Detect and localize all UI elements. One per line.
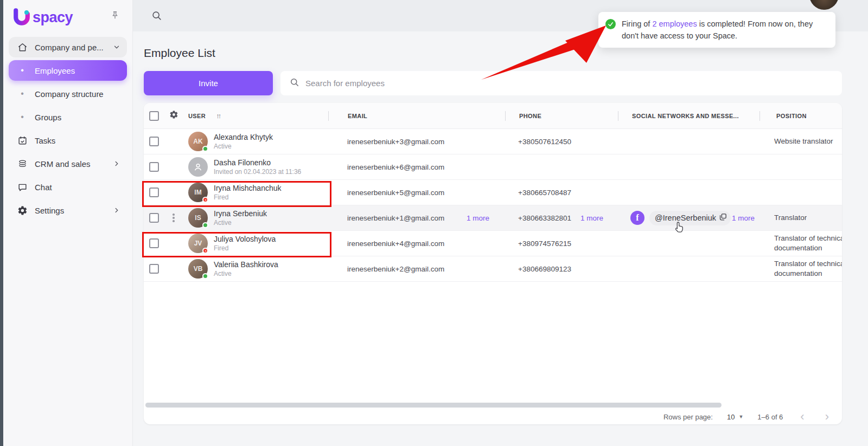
- phone-more-link[interactable]: 1 more: [580, 214, 603, 222]
- avatar: JV: [188, 234, 208, 253]
- avatar: IM: [188, 183, 208, 202]
- email-more-link[interactable]: 1 more: [467, 214, 489, 222]
- employee-name[interactable]: Dasha Filonenko: [214, 158, 301, 167]
- rows-per-page-select[interactable]: 10 ▼: [727, 413, 743, 421]
- row-checkbox[interactable]: [149, 238, 159, 248]
- select-all-checkbox[interactable]: [149, 111, 159, 121]
- social-handle-chip[interactable]: @IreneSerbeniuk: [649, 211, 731, 225]
- chat-bubble-icon: [16, 182, 28, 192]
- table-row[interactable]: VB Valeriia Bashkirova Active ireneserbe…: [144, 256, 842, 282]
- column-header-email[interactable]: EMAIL: [329, 103, 505, 128]
- employee-position: Translator of technical: [774, 234, 842, 243]
- sidebar-item-label: Company and pe...: [35, 43, 113, 52]
- scrollbar-thumb[interactable]: [145, 403, 722, 408]
- sidebar-item-settings[interactable]: Settings: [9, 200, 127, 221]
- row-checkbox[interactable]: [149, 188, 159, 197]
- employee-position-line2: documentation: [774, 243, 842, 253]
- crm-stack-icon: [16, 159, 28, 169]
- employee-position-line2: documentation: [774, 269, 842, 279]
- employee-phone: +380974576215: [518, 240, 571, 248]
- table-row[interactable]: AK Alexandra Khytyk Active ireneserbeniu…: [144, 129, 842, 154]
- employee-name[interactable]: Iryna Mishchanchuk: [214, 184, 282, 192]
- employee-phone: +380507612450: [518, 138, 571, 146]
- column-settings-gear-icon[interactable]: [169, 110, 178, 121]
- horizontal-scrollbar[interactable]: [145, 403, 840, 408]
- uspacy-logo[interactable]: spacy: [12, 8, 73, 27]
- employee-position: Translator: [774, 213, 807, 223]
- table-row[interactable]: JV Juliya Voloshylova Fired ireneserbeni…: [144, 231, 842, 256]
- sidebar-item-label: Company structure: [35, 89, 120, 99]
- copy-icon[interactable]: [718, 212, 727, 224]
- previous-page-button[interactable]: ‹: [797, 411, 807, 423]
- employee-name[interactable]: Alexandra Khytyk: [214, 133, 273, 141]
- row-checkbox[interactable]: [149, 137, 159, 146]
- sidebar-item-tasks[interactable]: Tasks: [9, 130, 127, 151]
- sidebar-item-chat[interactable]: Chat: [9, 177, 127, 197]
- employee-phone: +380669809123: [518, 265, 571, 273]
- page-title: Employee List: [144, 47, 215, 60]
- column-header-position[interactable]: POSITION: [760, 103, 842, 128]
- row-menu-kebab-icon[interactable]: [173, 214, 175, 222]
- sidebar-item-company-and-people[interactable]: Company and pe...: [9, 37, 127, 57]
- search-input[interactable]: [305, 79, 833, 88]
- toast-employees-link[interactable]: 2 employees: [652, 20, 697, 28]
- employee-status: Fired: [214, 244, 276, 252]
- sort-icon[interactable]: ↑↑: [216, 112, 220, 120]
- employee-email: ireneserbeniuk+5@gmail.com: [347, 189, 444, 197]
- employee-name[interactable]: Juliya Voloshylova: [214, 235, 276, 243]
- employee-email: ireneserbeniuk+2@gmail.com: [347, 265, 444, 273]
- bullet-icon: •: [16, 112, 28, 122]
- chevron-right-icon: [113, 160, 120, 167]
- sidebar-item-employees[interactable]: • Employees: [9, 60, 127, 81]
- employee-status: Active: [214, 270, 278, 277]
- success-check-icon: [605, 19, 616, 29]
- sidebar-item-label: Groups: [35, 113, 120, 122]
- sidebar-item-label: Tasks: [35, 136, 120, 145]
- status-dot-active: [202, 222, 208, 228]
- employee-email: ireneserbeniuk+3@gmail.com: [347, 138, 444, 146]
- employee-name[interactable]: Iryna Serbeniuk: [214, 209, 267, 218]
- sidebar-item-crm-and-sales[interactable]: CRM and sales: [9, 153, 127, 174]
- row-checkbox[interactable]: [149, 162, 159, 172]
- calendar-icon: [16, 135, 28, 146]
- table-row[interactable]: IS Iryna Serbeniuk Active ireneserbeniuk…: [144, 205, 842, 231]
- pin-icon[interactable]: [110, 10, 120, 23]
- employee-table: USER ↑↑ EMAIL PHONE SOCIAL NETWORKS AND …: [144, 103, 842, 424]
- success-toast[interactable]: Firing of 2 employees is completed! From…: [598, 12, 835, 48]
- logo-text: spacy: [33, 9, 73, 26]
- employee-status: Active: [214, 143, 273, 150]
- chevron-right-icon: [113, 206, 120, 214]
- employee-position: Website translator: [774, 137, 833, 146]
- next-page-button[interactable]: ›: [822, 411, 832, 423]
- toast-message: Firing of 2 employees is completed! From…: [622, 18, 827, 42]
- employee-phone: +380663382801: [518, 214, 571, 222]
- social-more-link[interactable]: 1 more: [732, 214, 755, 222]
- table-row[interactable]: Dasha Filonenko Invited on 02.04.2023 at…: [144, 154, 842, 180]
- main-content: Employee List Invite USER ↑↑: [133, 31, 868, 446]
- avatar: IS: [188, 208, 208, 228]
- facebook-icon[interactable]: f: [630, 211, 644, 225]
- sidebar-item-label: CRM and sales: [35, 159, 113, 169]
- global-search-icon[interactable]: [151, 10, 163, 24]
- sidebar-menu: Company and pe... • Employees • Company …: [3, 33, 132, 221]
- employee-status: Fired: [214, 193, 282, 201]
- sidebar-item-company-structure[interactable]: • Company structure: [9, 83, 127, 104]
- avatar: VB: [188, 259, 208, 279]
- search-icon: [289, 77, 300, 90]
- column-header-social[interactable]: SOCIAL NETWORKS AND MESSE...: [618, 103, 760, 128]
- employee-phone: +380665708487: [518, 189, 571, 197]
- invite-button[interactable]: Invite: [144, 71, 273, 95]
- employee-search-bar[interactable]: [280, 71, 842, 95]
- table-row[interactable]: IM Iryna Mishchanchuk Fired ireneserbeni…: [144, 180, 842, 205]
- bullet-icon: •: [16, 89, 28, 99]
- column-header-phone[interactable]: PHONE: [506, 103, 618, 128]
- employee-name[interactable]: Valeriia Bashkirova: [214, 260, 278, 269]
- avatar-placeholder: [188, 157, 208, 177]
- row-checkbox[interactable]: [149, 213, 159, 223]
- table-header: USER ↑↑ EMAIL PHONE SOCIAL NETWORKS AND …: [144, 103, 842, 129]
- employee-status: Invited on 02.04.2023 at 11:36: [214, 168, 301, 176]
- row-checkbox[interactable]: [149, 264, 159, 274]
- gear-icon: [16, 205, 28, 216]
- sidebar-item-groups[interactable]: • Groups: [9, 107, 127, 127]
- column-header-user[interactable]: USER ↑↑: [183, 103, 328, 128]
